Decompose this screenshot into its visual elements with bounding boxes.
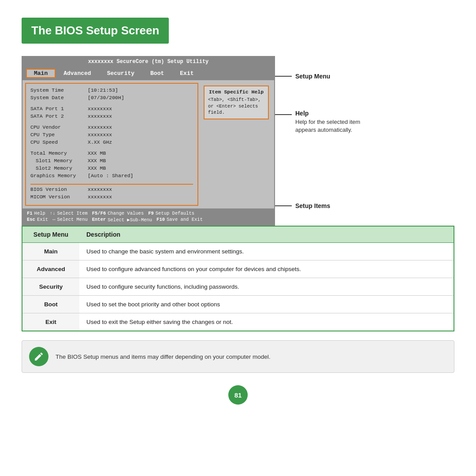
note-box: The BIOS Setup menus and items may diffe…: [22, 340, 454, 373]
bios-footer-row-2: Esc Exit ↔ Select Menu Enter Select ▶Sub…: [27, 217, 270, 223]
annotation-setup-menu-label: Setup Menu: [295, 73, 330, 80]
table-cell-menu-boot: Boot: [22, 296, 79, 313]
bios-footer: F1 Help ↑↓ Select Item F5/F6 Change Valu…: [22, 208, 274, 225]
annotation-setup-items: Setup Items: [275, 202, 375, 209]
bios-row-slot2-mem: Slot2 Memory XXX MB: [30, 165, 193, 171]
table-cell-desc-security: Used to configure security functions, in…: [79, 278, 454, 296]
bios-title-bar: xxxxxxxx SecureCore (tm) Setup Utility: [22, 57, 274, 67]
bios-row-slot1-mem: Slot1 Memory XXX MB: [30, 158, 193, 164]
bios-menu-exit[interactable]: Exit: [172, 69, 201, 78]
bios-row-cpu-type: CPU Type xxxxxxxx: [30, 132, 193, 138]
note-text: The BIOS Setup menus and items may diffe…: [56, 353, 271, 360]
bios-help-panel: Item Specific Help <Tab>, <Shift-Tab>, o…: [201, 83, 271, 206]
bios-row-micom-ver: MICOM Version xxxxxxxx: [30, 194, 193, 200]
table-cell-desc-advanced: Used to configure advanced functions on …: [79, 260, 454, 278]
bios-row-cpu-vendor: CPU Vendor xxxxxxxx: [30, 124, 193, 130]
table-header-description: Description: [79, 226, 454, 243]
table-cell-desc-exit: Used to exit the Setup either saving the…: [79, 313, 454, 331]
note-icon: [29, 347, 48, 366]
table-row: Boot Used to set the boot priority and o…: [22, 296, 454, 313]
pencil-icon: [33, 351, 44, 362]
table-cell-desc-main: Used to change the basic system and envi…: [79, 243, 454, 260]
table-row: Security Used to configure security func…: [22, 278, 454, 296]
table-cell-desc-boot: Used to set the boot priority and other …: [79, 296, 454, 313]
bios-row-system-date: System Date [07/30/200H]: [30, 95, 193, 100]
bios-diagram: xxxxxxxx SecureCore (tm) Setup Utility M…: [22, 56, 454, 226]
table-cell-menu-security: Security: [22, 278, 79, 296]
bios-row-sata2: SATA Port 2 xxxxxxxx: [30, 113, 193, 119]
bios-menu-security[interactable]: Security: [99, 69, 142, 78]
table-header-menu: Setup Menu: [22, 226, 79, 243]
table-cell-menu-exit: Exit: [22, 313, 79, 331]
bios-row-system-time: System Time [10:21:53]: [30, 87, 193, 93]
bios-help-title: Item Specific Help: [208, 89, 264, 95]
table-row: Advanced Used to configure advanced func…: [22, 260, 454, 278]
page-number-wrapper: 81: [22, 385, 454, 405]
bios-body: System Time [10:21:53] System Date [07/3…: [22, 80, 274, 208]
bios-menu-bar: Main Advanced Security Boot Exit: [22, 67, 274, 80]
page-number: 81: [228, 385, 248, 405]
bios-menu-main[interactable]: Main: [26, 69, 56, 78]
bios-row-total-mem: Total Memory XXX MB: [30, 150, 193, 156]
table-cell-menu-advanced: Advanced: [22, 260, 79, 278]
bios-menu-boot[interactable]: Boot: [142, 69, 172, 78]
bios-menu-advanced[interactable]: Advanced: [56, 69, 99, 78]
bios-row-cpu-speed: CPU Speed X.XX GHz: [30, 139, 193, 145]
annotation-setup-items-label: Setup Items: [295, 202, 330, 209]
annotation-setup-menu: Setup Menu: [275, 73, 375, 80]
bios-row-sata1: SATA Port 1 xxxxxxxx: [30, 106, 193, 112]
annotation-help-label: Help: [295, 110, 375, 117]
page-title: The BIOS Setup Screen: [22, 18, 169, 44]
annotation-help-desc: Help for the selected item appears autom…: [295, 118, 375, 134]
bios-help-text: <Tab>, <Shift-Tab>, or <Enter> selects f…: [208, 97, 264, 116]
bios-row-graphics-mem: Graphics Memory [Auto : Shared]: [30, 173, 193, 178]
bios-row-bios-ver: BIOS Version xxxxxxxx: [30, 186, 193, 192]
annotation-help: Help Help for the selected item appears …: [275, 110, 375, 134]
bios-screen: xxxxxxxx SecureCore (tm) Setup Utility M…: [22, 56, 275, 226]
bios-footer-row-1: F1 Help ↑↓ Select Item F5/F6 Change Valu…: [27, 211, 270, 216]
bios-help-box: Item Specific Help <Tab>, <Shift-Tab>, o…: [204, 86, 269, 119]
bios-main-panel: System Time [10:21:53] System Date [07/3…: [25, 83, 198, 206]
table-row: Main Used to change the basic system and…: [22, 243, 454, 260]
table-cell-menu-main: Main: [22, 243, 79, 260]
info-table: Setup Menu Description Main Used to chan…: [22, 226, 454, 331]
table-row: Exit Used to exit the Setup either savin…: [22, 313, 454, 331]
